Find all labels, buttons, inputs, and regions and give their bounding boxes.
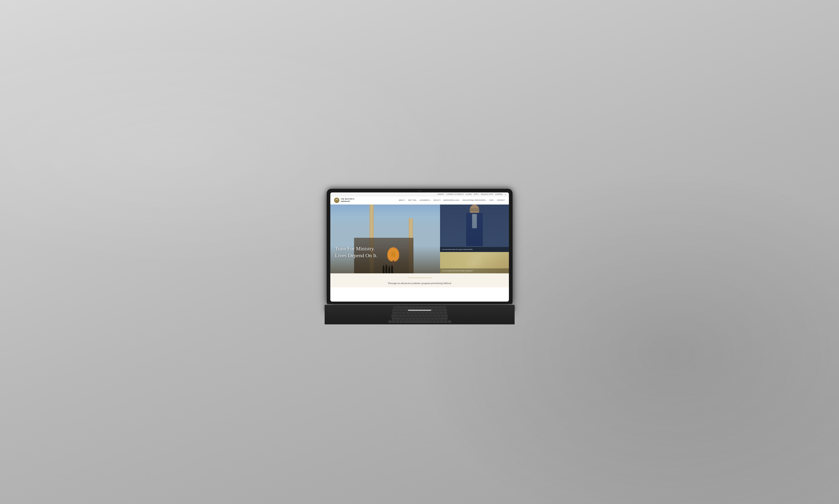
key-y[interactable] (417, 312, 420, 314)
nav-item-edu-resources[interactable]: EDUCATIONAL RESOURCES ▾ (462, 199, 487, 201)
key-w[interactable] (402, 312, 405, 314)
key-lbracket[interactable] (436, 312, 439, 314)
key-s[interactable] (403, 315, 406, 317)
key-z[interactable] (401, 318, 404, 320)
key-minus[interactable] (434, 309, 437, 311)
video-card-main[interactable]: A Conversation About the Legacy Standard… (440, 204, 509, 252)
key-ctrl[interactable] (392, 321, 396, 323)
key-f1[interactable] (401, 306, 404, 309)
key-9[interactable] (426, 309, 430, 311)
key-h[interactable] (418, 315, 421, 317)
video-card-pattern[interactable]: Is the Evangelical Movement Really Evang… (440, 252, 509, 273)
key-1[interactable] (396, 309, 399, 311)
key-row-2 (332, 309, 507, 311)
key-n[interactable] (420, 318, 423, 320)
key-f9[interactable] (431, 306, 435, 309)
key-r[interactable] (409, 312, 413, 314)
key-0[interactable] (430, 309, 434, 311)
key-f4[interactable] (412, 306, 416, 309)
key-delete[interactable] (442, 309, 447, 311)
key-f7[interactable] (424, 306, 427, 309)
key-arrow-left[interactable] (440, 321, 443, 323)
key-g[interactable] (414, 315, 418, 317)
key-p[interactable] (432, 312, 436, 314)
below-hero-text: Through an advanced academic program pri… (335, 281, 504, 285)
utility-link-apply[interactable]: APPLY (474, 193, 479, 195)
key-f[interactable] (410, 315, 414, 317)
key-return[interactable] (441, 315, 448, 317)
key-f3[interactable] (408, 306, 412, 309)
key-d[interactable] (406, 315, 410, 317)
nav-item-contact[interactable]: CONTACT (497, 199, 505, 201)
key-rbracket[interactable] (440, 312, 443, 314)
key-j[interactable] (422, 315, 425, 317)
key-slash[interactable] (435, 318, 438, 320)
key-5[interactable] (411, 309, 415, 311)
key-7[interactable] (419, 309, 422, 311)
key-backslash[interactable] (443, 312, 447, 314)
key-arrow-right[interactable] (448, 321, 451, 323)
nav-item-admissions[interactable]: ADMISSIONS & AID ▾ (443, 199, 460, 201)
key-backtick[interactable] (392, 309, 396, 311)
key-comma[interactable] (427, 318, 431, 320)
key-c[interactable] (408, 318, 412, 320)
key-esc[interactable] (393, 306, 400, 309)
hero-section: Train For Ministry. Lives Depend On It. (330, 204, 509, 273)
nav-item-academics[interactable]: ACADEMICS ▾ (420, 199, 431, 201)
key-8[interactable] (423, 309, 426, 311)
key-f12[interactable] (443, 306, 446, 309)
key-3[interactable] (404, 309, 407, 311)
utility-link-request-info[interactable]: REQUEST INFO (481, 193, 493, 195)
keyboard (332, 306, 507, 323)
key-b[interactable] (416, 318, 419, 320)
key-space[interactable] (403, 321, 432, 323)
key-f2[interactable] (405, 306, 408, 309)
utility-link-current-students[interactable]: CURRENT STUDENTS (446, 193, 464, 195)
key-equals[interactable] (438, 309, 441, 311)
nav-item-whytms[interactable]: WHY TMS ▾ (408, 199, 418, 201)
key-k[interactable] (425, 315, 429, 317)
key-shift-right[interactable] (439, 318, 448, 320)
utility-link-espanol[interactable]: ESPAÑOL (495, 193, 503, 195)
key-f5[interactable] (416, 306, 419, 309)
key-quote[interactable] (437, 315, 440, 317)
key-l[interactable] (430, 315, 433, 317)
logo-area[interactable]: THE MASTER'S SEMINARY (334, 198, 354, 203)
key-a[interactable] (399, 315, 402, 317)
key-tab[interactable] (392, 312, 398, 314)
key-f11[interactable] (439, 306, 442, 309)
key-t[interactable] (413, 312, 417, 314)
key-i[interactable] (425, 312, 428, 314)
key-6[interactable] (415, 309, 418, 311)
key-arrow-updown[interactable] (444, 321, 447, 323)
video-person-bg (440, 204, 509, 252)
nav-item-give[interactable]: GIVE ▾ (489, 199, 495, 201)
key-4[interactable] (407, 309, 411, 311)
key-period[interactable] (431, 318, 435, 320)
key-capslock[interactable] (391, 315, 399, 317)
key-o[interactable] (429, 312, 432, 314)
key-option-right[interactable] (436, 321, 440, 323)
key-e[interactable] (406, 312, 409, 314)
search-icon[interactable]: ⌕ (505, 193, 506, 195)
key-semicolon[interactable] (433, 315, 436, 317)
key-f6[interactable] (420, 306, 423, 309)
key-option-left[interactable] (396, 321, 399, 323)
utility-link-alumni[interactable]: ALUMNI (466, 193, 472, 195)
key-shift-left[interactable] (392, 318, 400, 320)
key-u[interactable] (421, 312, 424, 314)
key-x[interactable] (405, 318, 408, 320)
nav-item-faculty[interactable]: FACULTY (433, 199, 441, 201)
nav-item-about[interactable]: ABOUT ▾ (399, 199, 406, 201)
key-f10[interactable] (435, 306, 438, 309)
key-m[interactable] (424, 318, 427, 320)
key-q[interactable] (398, 312, 401, 314)
key-fn[interactable] (388, 321, 391, 323)
key-f8[interactable] (427, 306, 431, 309)
utility-bar: LIBRARY CURRENT STUDENTS ALUMNI APPLY RE… (330, 193, 509, 196)
key-cmd-right[interactable] (433, 321, 436, 323)
key-2[interactable] (400, 309, 403, 311)
key-cmd-left[interactable] (400, 321, 403, 323)
utility-link-library[interactable]: LIBRARY (437, 193, 444, 195)
key-v[interactable] (412, 318, 416, 320)
